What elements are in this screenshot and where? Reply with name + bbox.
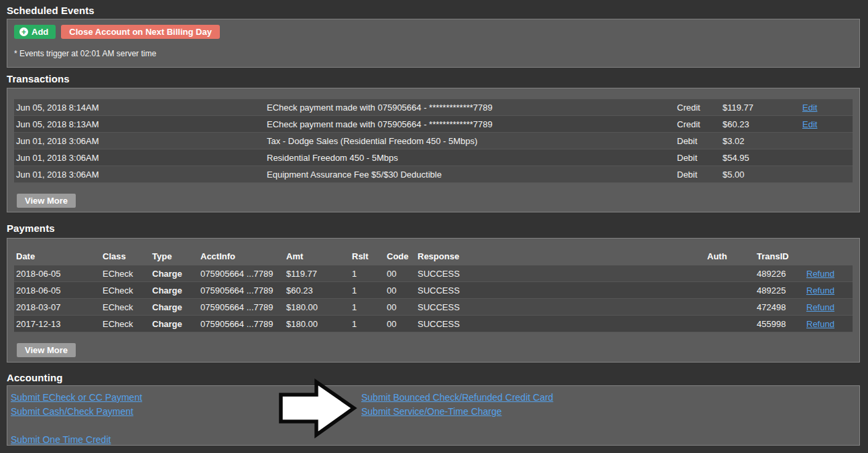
cell-amount: $5.00 — [723, 170, 802, 180]
cell-amt: $180.00 — [286, 302, 352, 312]
header-type: Type — [152, 251, 200, 261]
cell-class: ECheck — [103, 319, 152, 329]
cell-type: Debit — [677, 153, 723, 163]
close-account-next-billing-day-button[interactable]: Close Account on Next Billing Day — [61, 25, 220, 39]
transaction-row: Jun 05, 2018 8:14AM ECheck payment made … — [14, 99, 853, 116]
header-class: Class — [103, 251, 152, 261]
refund-link[interactable]: Refund — [806, 285, 834, 296]
cell-type: Credit — [677, 119, 723, 129]
cell-amount: $3.02 — [723, 136, 802, 146]
cell-amount: $119.77 — [723, 103, 802, 113]
header-transid: TransID — [757, 251, 806, 261]
cell-class: ECheck — [103, 269, 152, 279]
cell-rslt: 1 — [352, 285, 387, 296]
cell-description: Tax - Dodge Sales (Residential Freedom 4… — [267, 136, 677, 146]
header-amt: Amt — [286, 251, 352, 261]
submit-cash-check-payment-link[interactable]: Submit Cash/Check Payment — [11, 406, 133, 417]
cell-code: 00 — [387, 302, 418, 312]
edit-transaction-link[interactable]: Edit — [802, 119, 817, 129]
cell-description: Residential Freedom 450 - 5Mbps — [267, 153, 677, 163]
cell-date: Jun 01, 2018 3:06AM — [16, 170, 267, 180]
cell-description: ECheck payment made with 075905664 - ***… — [267, 103, 677, 113]
header-auth: Auth — [707, 251, 757, 261]
cell-transid: 455998 — [757, 319, 806, 329]
cell-type: Charge — [152, 302, 200, 312]
accounting-title: Accounting — [7, 372, 63, 383]
cell-date: 2018-06-05 — [16, 285, 103, 296]
payment-row: 2018-06-05 ECheck Charge 075905664 ...77… — [14, 265, 853, 282]
scheduled-events-actions: + Add Close Account on Next Billing Day — [14, 25, 853, 39]
header-response: Response — [418, 251, 707, 261]
transactions-panel: Jun 05, 2018 8:14AM ECheck payment made … — [7, 88, 860, 212]
submit-bounced-check-refunded-cc-link[interactable]: Submit Bounced Check/Refunded Credit Car… — [361, 392, 553, 403]
cell-transid: 489225 — [757, 285, 806, 296]
plus-circle-icon: + — [19, 27, 28, 36]
cell-amount: $60.23 — [723, 119, 802, 129]
payment-row: 2018-03-07 ECheck Charge 075905664 ...77… — [14, 299, 853, 316]
cell-type: Charge — [152, 285, 200, 296]
payments-table: 2018-06-05 ECheck Charge 075905664 ...77… — [14, 265, 853, 332]
cell-transid: 489226 — [757, 269, 806, 279]
submit-one-time-credit-link[interactable]: Submit One Time Credit — [11, 434, 111, 445]
cell-class: ECheck — [103, 302, 152, 312]
cell-type: Debit — [677, 170, 723, 180]
payments-panel: Date Class Type AcctInfo Amt Rslt Code R… — [7, 238, 860, 363]
cell-date: Jun 05, 2018 8:13AM — [16, 119, 267, 129]
refund-link[interactable]: Refund — [806, 302, 834, 312]
cell-date: 2018-03-07 — [16, 302, 103, 312]
cell-response: SUCCESS — [418, 302, 707, 312]
cell-rslt: 1 — [352, 319, 387, 329]
cell-date: Jun 01, 2018 3:06AM — [16, 136, 267, 146]
cell-date: 2017-12-13 — [16, 319, 103, 329]
cell-class: ECheck — [103, 285, 152, 296]
cell-response: SUCCESS — [418, 319, 707, 329]
cell-code: 00 — [387, 285, 418, 296]
submit-echeck-cc-payment-link[interactable]: Submit ECheck or CC Payment — [11, 392, 142, 403]
transaction-row: Jun 01, 2018 3:06AM Equipment Assurance … — [14, 166, 853, 183]
transactions-title: Transactions — [7, 73, 70, 84]
payments-header-row: Date Class Type AcctInfo Amt Rslt Code R… — [14, 247, 853, 265]
cell-amount: $54.95 — [723, 153, 802, 163]
transaction-row: Jun 01, 2018 3:06AM Tax - Dodge Sales (R… — [14, 133, 853, 149]
cell-transid: 472498 — [757, 302, 806, 312]
cell-description: ECheck payment made with 075905664 - ***… — [267, 119, 677, 129]
cell-amt: $119.77 — [286, 269, 352, 279]
cell-acctinfo: 075905664 ...7789 — [200, 285, 286, 296]
events-trigger-note: * Events trigger at 02:01 AM server time — [14, 49, 853, 58]
cell-acctinfo: 075905664 ...7789 — [200, 269, 286, 279]
cell-code: 00 — [387, 269, 418, 279]
accounting-links-col2: Submit Bounced Check/Refunded Credit Car… — [361, 391, 553, 419]
cell-acctinfo: 075905664 ...7789 — [200, 319, 286, 329]
cell-date: Jun 01, 2018 3:06AM — [16, 153, 267, 163]
payment-row: 2018-06-05 ECheck Charge 075905664 ...77… — [14, 282, 853, 299]
cell-response: SUCCESS — [418, 269, 707, 279]
transaction-row: Jun 01, 2018 3:06AM Residential Freedom … — [14, 149, 853, 166]
cell-type: Credit — [677, 103, 723, 113]
transactions-table: Jun 05, 2018 8:14AM ECheck payment made … — [14, 99, 853, 183]
cell-date: 2018-06-05 — [16, 269, 103, 279]
cell-code: 00 — [387, 319, 418, 329]
header-acctinfo: AcctInfo — [200, 251, 286, 261]
payments-title: Payments — [7, 222, 55, 234]
cell-amt: $60.23 — [286, 285, 352, 296]
cell-description: Equipment Assurance Fee $5/$30 Deductibl… — [267, 170, 677, 180]
payment-row: 2017-12-13 ECheck Charge 075905664 ...77… — [14, 316, 853, 332]
add-event-label: Add — [32, 27, 48, 37]
transaction-row: Jun 05, 2018 8:13AM ECheck payment made … — [14, 116, 853, 133]
payments-view-more-button[interactable]: View More — [17, 343, 76, 357]
submit-service-one-time-charge-link[interactable]: Submit Service/One-Time Charge — [361, 406, 502, 417]
cell-type: Debit — [677, 136, 723, 146]
accounting-panel: Submit ECheck or CC Payment Submit Cash/… — [7, 385, 860, 446]
header-date: Date — [16, 251, 103, 261]
cell-amt: $180.00 — [286, 319, 352, 329]
refund-link[interactable]: Refund — [806, 269, 834, 279]
edit-transaction-link[interactable]: Edit — [802, 103, 817, 113]
cell-rslt: 1 — [352, 302, 387, 312]
cell-type: Charge — [152, 319, 200, 329]
refund-link[interactable]: Refund — [806, 319, 834, 329]
scheduled-events-panel: + Add Close Account on Next Billing Day … — [7, 19, 860, 68]
add-event-button[interactable]: + Add — [14, 25, 56, 39]
transactions-view-more-button[interactable]: View More — [17, 194, 76, 208]
cell-date: Jun 05, 2018 8:14AM — [16, 103, 267, 113]
cell-rslt: 1 — [352, 269, 387, 279]
